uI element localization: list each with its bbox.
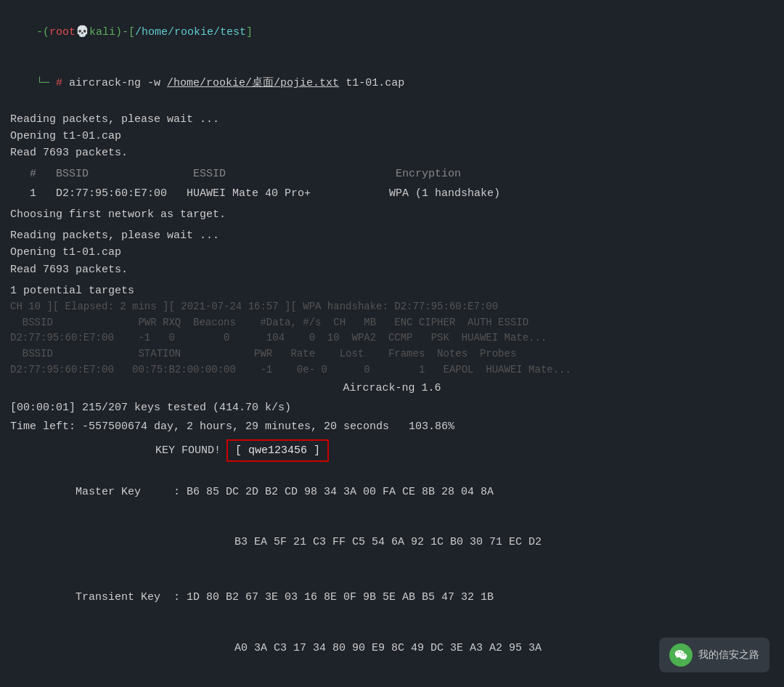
output-line-3: Read 7693 packets. <box>10 145 774 161</box>
bg-bssid-header: BSSID STATION PWR Rate Lost Frames Notes… <box>10 346 774 362</box>
wechat-icon <box>669 643 693 667</box>
potential-targets: 1 potential targets <box>10 282 774 299</box>
key-found-line: KEY FOUND! [ qwe123456 ] <box>10 439 774 462</box>
prompt-symbol: └─ <box>36 77 49 89</box>
transient-key-line3: 18 B0 9A E3 20 1D FC A4 DC 62 E2 C1 5B 9… <box>10 673 774 687</box>
terminal-window: -(root💀kali)-[/home/rookie/test] └─ # ai… <box>0 0 784 687</box>
command-filepath: /home/rookie/桌面/pojie.txt <box>167 77 339 89</box>
command-capfile: t1-01.cap <box>339 77 404 89</box>
keys-tested: [00:00:01] 215/207 keys tested (414.70 k… <box>10 399 774 416</box>
master-key-label: Master Key <box>36 486 173 498</box>
command-base: aircrack-ng -w <box>69 77 167 89</box>
prompt-hash: # <box>49 77 69 89</box>
prompt-user: root <box>49 26 75 38</box>
output-line-2: Opening t1-01.cap <box>10 128 774 145</box>
wechat-badge: 我的信安之路 <box>659 638 769 672</box>
transient-key-line1: : 1D 80 B2 67 3E 03 16 8E 0F 9B 5E AB B5… <box>173 591 494 603</box>
table-header-row: # BSSID ESSID Encryption <box>10 166 774 182</box>
key-found-value: [ qwe123456 ] <box>226 439 329 462</box>
transient-key-label-line: Transient Key : 1D 80 B2 67 3E 03 16 8E … <box>10 572 774 623</box>
master-key-line1: : B6 85 DC 2D B2 CD 98 34 3A 00 FA CE 8B… <box>173 486 494 498</box>
aircrack-title: Aircrack-ng 1.6 <box>10 380 774 397</box>
transient-key-line2-value: A0 3A C3 17 34 80 90 E9 8C 49 DC 3E A3 A… <box>221 642 542 654</box>
prompt-line: -(root💀kali)-[/home/rookie/test] <box>10 7 774 58</box>
opening-cap-2: Opening t1-01.cap <box>10 244 774 261</box>
master-key-label-line: Master Key : B6 85 DC 2D B2 CD 98 34 3A … <box>10 466 774 517</box>
table-data-row-1: 1 D2:77:95:60:E7:00 HUAWEI Mate 40 Pro+ … <box>10 185 774 202</box>
bracket-close: )-[ <box>115 26 135 38</box>
prompt-host: kali <box>89 26 115 38</box>
prompt-path: /home/rookie/test <box>135 26 246 38</box>
wechat-label: 我的信安之路 <box>698 649 759 662</box>
choosing-target: Choosing first network as target. <box>10 206 774 223</box>
bracket-open: -( <box>36 26 49 38</box>
bg-table-row2: D2:77:95:60:E7:00 00:75:B2:00:00:00 -1 0… <box>10 362 774 378</box>
bg-line-ch: CH 10 ][ Elapsed: 2 mins ][ 2021-07-24 1… <box>10 299 774 315</box>
skull-icon: 💀 <box>75 26 89 38</box>
transient-key-label: Transient Key <box>36 591 173 603</box>
bg-table-header: BSSID PWR RXQ Beacons #Data, #/s CH MB E… <box>10 315 774 331</box>
read-packets-2: Read 7693 packets. <box>10 261 774 278</box>
output-line-1: Reading packets, please wait ... <box>10 111 774 128</box>
master-key-line2-value: B3 EA 5F 21 C3 FF C5 54 6A 92 1C B0 30 7… <box>221 536 542 548</box>
master-key-line2: B3 EA 5F 21 C3 FF C5 54 6A 92 1C B0 30 7… <box>10 517 774 568</box>
time-left: Time left: -557500674 day, 2 hours, 29 m… <box>10 418 774 435</box>
command-line: └─ # aircrack-ng -w /home/rookie/桌面/poji… <box>10 58 774 109</box>
bg-table-row1: D2:77:95:60:E7:00 -1 0 0 104 0 10 WPA2 C… <box>10 330 774 346</box>
key-found-label: KEY FOUND! <box>155 442 221 459</box>
bracket-end: ] <box>246 26 253 38</box>
reading-packets-2: Reading packets, please wait ... <box>10 227 774 244</box>
